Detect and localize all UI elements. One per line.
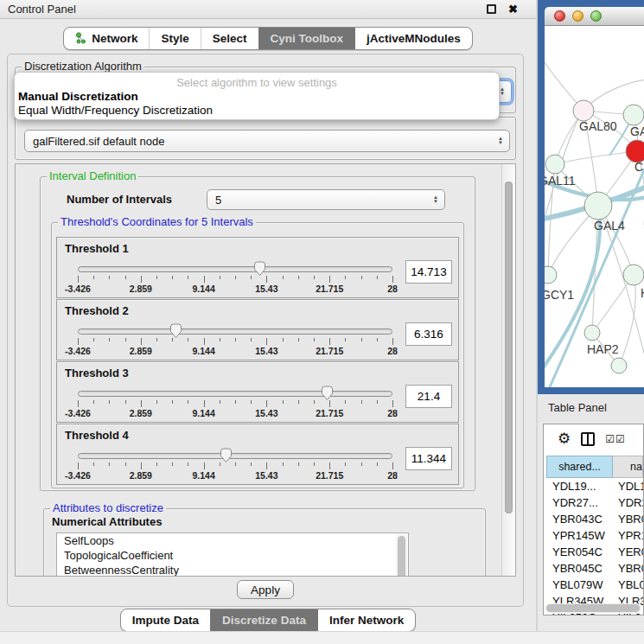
slider-tick bbox=[298, 276, 299, 279]
network-node[interactable] bbox=[611, 358, 627, 373]
dropdown-option[interactable]: Equal Width/Frequency Discretization bbox=[15, 104, 499, 118]
slider-track[interactable] bbox=[78, 453, 392, 459]
tab-select[interactable]: Select bbox=[201, 28, 258, 49]
cell-name[interactable]: YBR0 bbox=[613, 560, 643, 577]
cell-name[interactable]: YBR0 bbox=[613, 511, 643, 527]
cell-shared-name[interactable]: YER054C bbox=[546, 544, 613, 560]
cell-name[interactable]: YDR2 bbox=[613, 494, 643, 511]
table-hscrollbar-thumb[interactable] bbox=[546, 604, 640, 612]
tab-style[interactable]: Style bbox=[149, 28, 200, 49]
table-row[interactable]: YER054C YER0 bbox=[546, 544, 643, 560]
slider-handle[interactable] bbox=[253, 261, 266, 277]
table-row[interactable]: YDL19... YDL1 bbox=[546, 478, 643, 494]
slider-ticks bbox=[78, 400, 392, 407]
tab-jactivemnodules[interactable]: jActiveMNodules bbox=[354, 28, 472, 49]
apply-button[interactable]: Apply bbox=[237, 580, 294, 599]
threshold-label: Threshold 1 bbox=[65, 242, 129, 255]
threshold-label: Threshold 2 bbox=[65, 304, 129, 317]
threshold-value-field[interactable]: 14.713 bbox=[405, 260, 452, 284]
table-row[interactable]: YBR045C YBR0 bbox=[546, 560, 643, 577]
slider-tick bbox=[298, 338, 299, 341]
slider-tick-label: 15.43 bbox=[255, 470, 277, 481]
cell-shared-name[interactable]: YDL19... bbox=[546, 478, 613, 494]
network-node-hap2[interactable] bbox=[584, 325, 600, 341]
table-hscrollbar[interactable] bbox=[545, 603, 641, 613]
slider-tick bbox=[78, 400, 79, 407]
threshold-value-field[interactable]: 11.344 bbox=[405, 447, 452, 470]
network-node-gal80[interactable] bbox=[573, 100, 594, 121]
threshold-slider[interactable]: -3.4262.8599.14415.4321.71528 bbox=[78, 261, 392, 296]
table-row[interactable]: YBL079W YBL0 bbox=[546, 577, 643, 593]
panel-scrollbar-thumb[interactable] bbox=[505, 182, 513, 513]
slider-handle[interactable] bbox=[321, 386, 334, 401]
slider-tick-label: 28 bbox=[387, 284, 398, 294]
slider-tick-label: 15.43 bbox=[255, 408, 277, 418]
network-node-h[interactable] bbox=[623, 265, 644, 285]
mac-minimize-button[interactable] bbox=[572, 10, 583, 22]
cell-name[interactable]: YPR1 bbox=[613, 527, 643, 544]
slider-tick bbox=[125, 338, 126, 341]
threshold-value-field[interactable]: 6.316 bbox=[405, 322, 452, 346]
tab-cyni-toolbox[interactable]: Cyni Toolbox bbox=[258, 28, 355, 49]
cell-name[interactable]: YBL0 bbox=[613, 577, 643, 593]
attribute-item[interactable]: TopologicalCoefficient bbox=[57, 548, 408, 563]
mac-close-button[interactable] bbox=[554, 10, 565, 22]
table-panel-titlebar: Table Panel bbox=[538, 394, 644, 422]
threshold-slider[interactable]: -3.4262.8599.14415.4321.71528 bbox=[78, 323, 392, 358]
cell-shared-name[interactable]: YBR043C bbox=[546, 511, 613, 527]
network-node-ga[interactable] bbox=[623, 105, 644, 125]
node-label: C bbox=[634, 160, 643, 174]
cell-shared-name[interactable]: YDR27... bbox=[546, 494, 613, 511]
table-row[interactable]: YPR145W YPR1 bbox=[546, 527, 643, 544]
slider-tick bbox=[345, 400, 346, 404]
threshold-slider[interactable]: -3.4262.8599.14415.4321.71528 bbox=[78, 386, 392, 420]
mac-zoom-button[interactable] bbox=[590, 10, 602, 22]
slider-track[interactable] bbox=[78, 266, 392, 272]
bottom-tab-discretize-data[interactable]: Discretize Data bbox=[210, 609, 317, 631]
cell-shared-name[interactable]: YPR145W bbox=[546, 527, 613, 544]
dropdown-option[interactable]: Manual Discretization bbox=[15, 90, 499, 104]
slider-tick bbox=[188, 462, 188, 466]
network-window-titlebar bbox=[545, 7, 644, 26]
list-scrollbar-thumb[interactable] bbox=[398, 536, 405, 577]
tab-network[interactable]: Network bbox=[64, 28, 149, 49]
slider-handle[interactable] bbox=[220, 448, 233, 463]
column-header-name[interactable]: na bbox=[613, 456, 643, 478]
attribute-item[interactable]: BetweennessCentrality bbox=[57, 563, 408, 577]
slider-tick-label: 28 bbox=[387, 346, 398, 356]
list-scrollbar[interactable] bbox=[396, 534, 407, 577]
tab-label: Impute Data bbox=[132, 614, 199, 627]
network-node-gal11[interactable] bbox=[545, 155, 564, 174]
slider-tick bbox=[125, 462, 126, 466]
column-header-shared-name[interactable]: shared... bbox=[546, 456, 613, 478]
slider-tick-labels: -3.4262.8599.14415.4321.71528 bbox=[78, 284, 392, 294]
dropdown-options: Manual DiscretizationEqual Width/Frequen… bbox=[15, 90, 499, 118]
gear-icon[interactable]: ⚙ bbox=[558, 431, 571, 446]
bottom-tab-impute-data[interactable]: Impute Data bbox=[121, 609, 210, 631]
table-row[interactable]: YDR27... YDR2 bbox=[546, 494, 643, 511]
attribute-item[interactable]: SelfLoops bbox=[57, 533, 408, 548]
cell-shared-name[interactable]: YBL079W bbox=[546, 577, 613, 593]
slider-track[interactable] bbox=[78, 391, 392, 397]
close-icon[interactable]: ✖ bbox=[508, 4, 518, 14]
network-node-gcy1[interactable] bbox=[545, 266, 557, 284]
cell-shared-name[interactable]: YBR045C bbox=[546, 560, 613, 577]
number-of-intervals-combobox[interactable]: 5 ▲▼ bbox=[207, 189, 445, 210]
bottom-tab-infer-network[interactable]: Infer Network bbox=[317, 609, 415, 631]
dropdown-hint: Select algorithm to view settings bbox=[15, 75, 499, 90]
select-columns-icon[interactable]: ☑☑ bbox=[605, 433, 626, 445]
panel-scrollbar[interactable] bbox=[501, 164, 515, 576]
slider-handle[interactable] bbox=[169, 323, 182, 339]
float-window-icon[interactable] bbox=[487, 4, 496, 14]
cell-name[interactable]: YER0 bbox=[613, 544, 643, 560]
cell-name[interactable]: YDL1 bbox=[613, 478, 643, 494]
slider-track[interactable] bbox=[78, 328, 392, 335]
threshold-value-field[interactable]: 21.4 bbox=[405, 385, 452, 408]
network-node-gal4[interactable] bbox=[584, 192, 612, 220]
slider-tick bbox=[329, 462, 330, 469]
table-data-combobox[interactable]: galFiltered.sif default node ▲▼ bbox=[24, 130, 510, 152]
numerical-attributes-list[interactable]: SelfLoopsTopologicalCoefficientBetweenne… bbox=[56, 532, 409, 577]
split-columns-icon[interactable] bbox=[581, 432, 595, 446]
table-row[interactable]: YBR043C YBR0 bbox=[546, 511, 643, 527]
threshold-slider[interactable]: -3.4262.8599.14415.4321.71528 bbox=[78, 448, 392, 482]
